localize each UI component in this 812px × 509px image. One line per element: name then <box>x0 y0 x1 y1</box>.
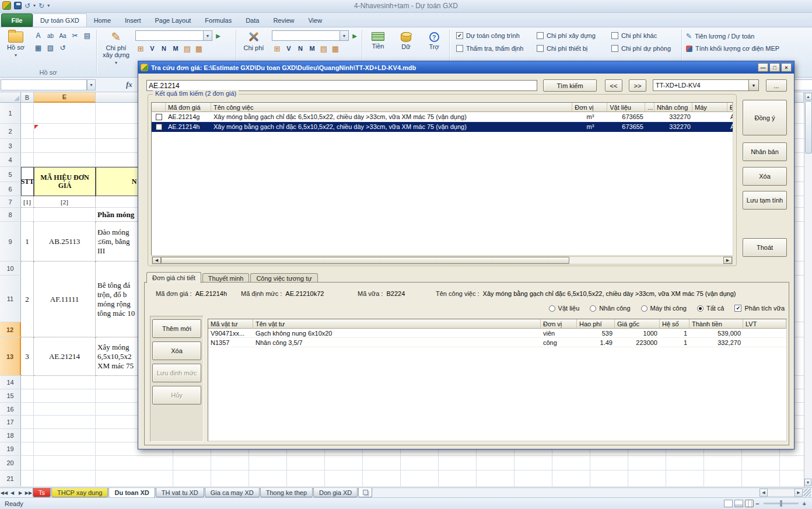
result-row-selected[interactable]: AE.21214h Xây móng bằng gạch chỉ đặc 6,5… <box>152 122 733 132</box>
row-header[interactable]: 4 <box>0 153 21 166</box>
radio-may-thi-cong[interactable]: Máy thi công <box>641 305 687 312</box>
header-mat-code[interactable]: Mã vật tư <box>208 319 253 329</box>
vertical-scrollbar[interactable]: ▲ ▼ <box>804 92 812 487</box>
row-header[interactable]: 7 <box>0 196 21 207</box>
table-icon[interactable]: ⊞ <box>272 43 282 54</box>
row-header[interactable]: 6 <box>0 182 21 196</box>
row-header[interactable]: 17 <box>0 416 21 428</box>
tab-insert[interactable]: Insert <box>118 13 148 27</box>
header-mat-price[interactable]: Giá gốc <box>615 319 660 329</box>
case-icon[interactable]: Aa <box>57 30 68 41</box>
minimize-icon[interactable]: — <box>758 63 768 72</box>
mep-link[interactable]: Tính khối lượng cơ điện MEP <box>686 45 779 52</box>
horizontal-scrollbar[interactable]: ◀ ▶ <box>760 489 811 497</box>
row-header[interactable]: 19 <box>0 442 21 455</box>
sheet-tab-don-gia-xd[interactable]: Don gia XD <box>313 488 358 497</box>
tab-data[interactable]: Data <box>239 13 266 27</box>
tab-home[interactable]: Home <box>87 13 118 27</box>
radio-icon[interactable] <box>549 305 555 312</box>
vertical-scroll-thumb[interactable] <box>805 101 812 154</box>
radio-nhan-cong[interactable]: Nhân công <box>590 305 630 312</box>
header-code[interactable]: Mã đơn giá <box>166 103 211 112</box>
header-machine[interactable]: Máy <box>692 103 727 112</box>
cut-icon[interactable]: ✂ <box>69 30 80 41</box>
row-header[interactable]: 16 <box>0 403 21 415</box>
run-icon[interactable]: ▶ <box>350 30 359 41</box>
film-icon[interactable]: ▤ <box>318 43 329 54</box>
header-mat-unit[interactable]: Đơn vị <box>541 319 577 329</box>
checkbox-icon[interactable] <box>611 32 618 39</box>
header-labor[interactable]: Nhân công <box>654 103 692 112</box>
sheet-icon[interactable]: ▧ <box>45 43 56 53</box>
radio-vat-lieu[interactable]: Vật liệu <box>549 305 580 312</box>
header-mat-lvt[interactable]: LVT <box>743 319 786 329</box>
first-sheet-icon[interactable]: ◀◀ <box>0 489 8 497</box>
n-button[interactable]: N <box>159 43 169 54</box>
check-du-toan-cong-trinh[interactable]: Dự toán công trình <box>456 32 520 39</box>
check-chi-phi-thiet-bi[interactable]: Chi phí thiết bị <box>537 45 587 52</box>
header-mat-name[interactable]: Tên vật tư <box>253 319 541 329</box>
refresh-icon[interactable]: ↺ <box>57 43 68 53</box>
header-extra[interactable]: Đ <box>727 103 733 112</box>
v-button[interactable]: V <box>147 43 158 54</box>
tab-du-toan-gxd[interactable]: Dự toán GXD <box>33 13 87 27</box>
delete-button[interactable]: Xóa <box>743 167 787 186</box>
radio-icon[interactable] <box>641 305 648 312</box>
cell-stt-1[interactable]: 1 <box>21 222 34 262</box>
row-header[interactable]: 5 <box>0 167 21 182</box>
row-header[interactable]: 1 <box>0 103 21 123</box>
font-icon[interactable]: A <box>33 30 44 41</box>
row-header[interactable]: 20 <box>0 456 21 470</box>
results-list[interactable]: Mã đơn giá Tên công việc Đơn vị Vật liệu… <box>151 102 733 256</box>
row-header[interactable]: 13 <box>0 337 21 375</box>
check-phan-tich-vua[interactable]: Phân tích vữa <box>734 305 785 312</box>
prev-result-button[interactable]: << <box>605 79 622 92</box>
v-button[interactable]: V <box>284 43 294 54</box>
zoom-in-icon[interactable]: + <box>803 500 806 507</box>
paste-icon[interactable]: ▦ <box>33 43 44 53</box>
materials-table[interactable]: Mã vật tư Tên vật tư Đơn vị Hao phí Giá … <box>208 319 787 441</box>
combo-arrow-icon[interactable]: ▼ <box>203 31 212 40</box>
check-chi-phi-du-phong[interactable]: Chi phí dự phòng <box>611 45 671 52</box>
calc-icon[interactable]: ▦ <box>194 43 204 54</box>
cell-ref-b[interactable]: [1] <box>21 196 34 208</box>
combo-arrow-icon[interactable]: ▼ <box>340 31 348 40</box>
delete-material-button[interactable]: Xóa <box>152 341 201 360</box>
tab-review[interactable]: Review <box>266 13 301 27</box>
tab-view[interactable]: View <box>301 13 329 27</box>
row-header[interactable]: 12 <box>0 322 21 337</box>
sheet-tab-ts[interactable]: Ts <box>33 488 51 497</box>
scroll-right-icon[interactable]: ▶ <box>723 257 732 264</box>
row-header[interactable]: 3 <box>0 139 21 152</box>
calc-icon[interactable]: ▦ <box>330 43 341 54</box>
header-checkbox-col[interactable] <box>152 103 166 112</box>
checkbox-icon[interactable] <box>456 45 463 52</box>
chi-phi-xay-dung-button[interactable]: ✎ Chi phí xây dựng ▾ <box>100 29 132 67</box>
cell-ma-hieu-header[interactable]: MÃ HIỆU ĐƠN GIÁ <box>34 167 96 196</box>
duplicate-button[interactable]: Nhân bản <box>743 142 787 161</box>
last-sheet-icon[interactable]: ▶▶ <box>24 489 33 497</box>
m-button[interactable]: M <box>170 43 181 54</box>
ok-button[interactable]: Đồng ý <box>743 100 787 135</box>
maximize-icon[interactable]: □ <box>769 63 780 72</box>
result-row[interactable]: AE.21214g Xây móng bằng gạch chỉ đặc 6,5… <box>152 112 733 122</box>
row-header[interactable]: 9 <box>0 222 21 261</box>
ho-so-button[interactable]: Hồ sơ ▾ <box>2 29 29 59</box>
n-button[interactable]: N <box>295 43 306 54</box>
check-chi-phi-khac[interactable]: Chi phí khác <box>611 32 657 39</box>
film-icon[interactable]: ▤ <box>182 43 192 54</box>
check-tham-tra[interactable]: Thẩm tra, thẩm định <box>456 45 523 52</box>
header-name[interactable]: Tên công việc <box>211 103 572 112</box>
prev-sheet-icon[interactable]: ◀ <box>8 489 16 497</box>
dialog-title-bar[interactable]: Tra cứu đơn giá: E:\Estimate GXD\Du toan… <box>138 61 794 74</box>
column-header-e[interactable]: E <box>34 92 96 103</box>
row-checkbox[interactable] <box>156 124 162 130</box>
sheet-tab-thcp[interactable]: THCP xay dung <box>51 488 108 497</box>
cell-code-1[interactable]: AB.25113 <box>34 222 96 262</box>
header-mat-qty[interactable]: Hao phí <box>577 319 615 329</box>
select-all-corner[interactable] <box>0 92 21 103</box>
radio-icon[interactable] <box>697 305 704 312</box>
tab-formulas[interactable]: Formulas <box>198 13 239 27</box>
horizontal-scroll-track[interactable] <box>768 489 794 497</box>
row-header[interactable]: 8 <box>0 208 21 221</box>
